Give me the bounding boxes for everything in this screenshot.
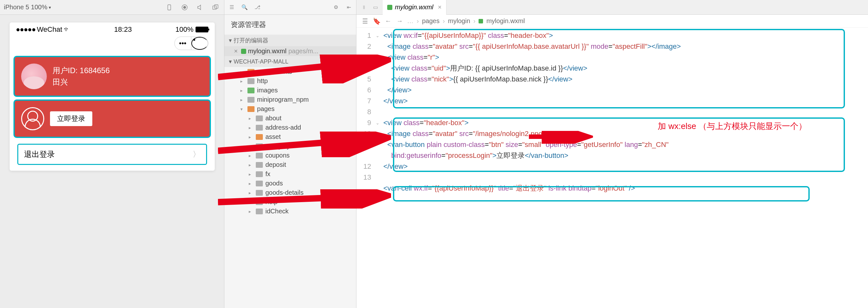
rotate-icon[interactable] xyxy=(164,3,174,12)
split-icon[interactable]: ⫴ xyxy=(360,3,368,11)
file-type-icon xyxy=(387,5,392,10)
tree-item-miniprogram_npm[interactable]: ▸miniprogram_npm xyxy=(224,95,356,104)
explorer-title: 资源管理器 xyxy=(224,15,356,35)
simulator-panel: iPhone 5 100%▾ ●●●●● WeChatᯤ 18:23 100% … xyxy=(0,0,224,308)
code-line[interactable]: 3⌄ <view class="r"> xyxy=(356,52,868,63)
explorer-toolbar: ☰ 🔍 ⎇ ⚙ ⇤ xyxy=(224,0,356,15)
breadcrumb: ☰ 🔖 ← → …› pages› mylogin› mylogin.wxml xyxy=(356,15,868,28)
code-line[interactable]: 4 <view class="uid">用户ID: {{ apiUserInfo… xyxy=(356,63,868,74)
code-line[interactable]: 5 <view class="nick">{{ apiUserInfoMap.b… xyxy=(356,74,868,85)
code-line[interactable]: <van-cell wx:if="{{apiUserInfoMap}}" tit… xyxy=(356,183,868,194)
close-icon[interactable]: × xyxy=(438,3,442,11)
svg-rect-0 xyxy=(168,4,170,10)
outline-icon[interactable]: ☰ xyxy=(361,17,369,25)
tree-item-goods[interactable]: ▸goods xyxy=(224,179,356,188)
tree-item-images[interactable]: ▸images xyxy=(224,86,356,95)
tree-item-http[interactable]: ▸http xyxy=(224,76,356,86)
avatar-image xyxy=(21,63,47,89)
clock: 18:23 xyxy=(114,25,132,34)
code-line[interactable]: bind:getuserinfo="processLogin">立即登录</va… xyxy=(356,150,868,161)
code-line[interactable]: 7</view> xyxy=(356,95,868,107)
avatar-placeholder-icon xyxy=(21,107,44,130)
code-line[interactable]: 1⌄<view wx:if="{{apiUserInfoMap}}" class… xyxy=(356,30,868,41)
annotation-text: 加 wx:else （与上方模块只能显示一个） xyxy=(658,121,807,132)
wifi-icon: ᯤ xyxy=(63,25,70,34)
tree-item-goods-details[interactable]: ▸goods-details xyxy=(224,188,356,197)
carrier-label: WeChat xyxy=(37,25,62,34)
file-tree: ▸components▸http▸images▸miniprogram_npm▾… xyxy=(224,67,356,216)
code-line[interactable]: 13 xyxy=(356,172,868,183)
explorer-panel: ☰ 🔍 ⎇ ⚙ ⇤ 资源管理器 ▾打开的编辑器 × mylogin.wxml p… xyxy=(224,0,356,308)
user-card-login[interactable]: 立即登录 xyxy=(13,100,211,138)
tree-item-asset[interactable]: ▸asset xyxy=(224,132,356,141)
tree-item-pages[interactable]: ▾pages xyxy=(224,104,356,114)
file-type-icon xyxy=(478,19,483,23)
mute-icon[interactable] xyxy=(195,3,205,12)
user-card-logged[interactable]: 用户ID: 1684656 田兴 xyxy=(13,56,211,97)
editor-tab[interactable]: mylogin.wxml × xyxy=(383,0,446,15)
code-line[interactable]: 12</view> xyxy=(356,161,868,172)
tree-item-idCheck[interactable]: ▸idCheck xyxy=(224,206,356,216)
user-id: 用户ID: 1684656 xyxy=(53,65,110,76)
code-line[interactable]: 8 xyxy=(356,107,868,117)
tree-item-address-add[interactable]: ▸address-add xyxy=(224,123,356,132)
editor-panel: ⫴ ▭ mylogin.wxml × ☰ 🔖 ← → …› pages› myl… xyxy=(356,0,868,308)
detach-icon[interactable] xyxy=(211,3,220,12)
branch-icon[interactable]: ⎇ xyxy=(253,3,261,11)
tree-item-fx[interactable]: ▸fx xyxy=(224,169,356,179)
login-button[interactable]: 立即登录 xyxy=(50,111,92,126)
capsule-close[interactable] xyxy=(191,37,208,50)
project-header[interactable]: ▾WECHAT-APP-MALL xyxy=(224,56,356,67)
crumb-file[interactable]: mylogin.wxml xyxy=(486,17,525,25)
open-file-path: pages/m... xyxy=(288,48,318,55)
file-type-icon xyxy=(241,49,246,54)
simulator-toolbar: iPhone 5 100%▾ xyxy=(0,0,224,15)
tab-label: mylogin.wxml xyxy=(395,3,433,11)
code-line[interactable]: 6 </view> xyxy=(356,85,868,95)
tree-item-components[interactable]: ▸components xyxy=(224,67,356,76)
editor-tabbar: ⫴ ▭ mylogin.wxml × xyxy=(356,0,868,15)
forward-icon[interactable]: → xyxy=(396,17,404,25)
crumb-pages[interactable]: pages xyxy=(422,17,440,25)
capsule-bar: ••• xyxy=(10,36,215,53)
open-editors-header[interactable]: ▾打开的编辑器 xyxy=(224,35,356,46)
user-nick: 田兴 xyxy=(53,76,110,88)
code-editor[interactable]: 加 wx:else （与上方模块只能显示一个） 1⌄<view wx:if="{… xyxy=(356,28,868,308)
tree-item-category[interactable]: ▸category xyxy=(224,141,356,151)
crumb-mylogin[interactable]: mylogin xyxy=(448,17,470,25)
logout-cell[interactable]: 退出登录 〉 xyxy=(17,144,207,165)
capsule-menu[interactable]: ••• xyxy=(175,37,191,50)
list-icon[interactable]: ☰ xyxy=(227,3,236,11)
collapse-icon[interactable]: ⇤ xyxy=(345,3,353,11)
record-icon[interactable] xyxy=(180,3,189,12)
tree-item-about[interactable]: ▸about xyxy=(224,114,356,123)
open-file-row[interactable]: × mylogin.wxml pages/m... xyxy=(224,46,356,56)
logout-label: 退出登录 xyxy=(24,149,55,160)
tree-item-deposit[interactable]: ▸deposit xyxy=(224,160,356,169)
preview-icon[interactable]: ▭ xyxy=(371,3,379,11)
close-icon[interactable]: × xyxy=(234,48,238,55)
open-file-name: mylogin.wxml xyxy=(248,48,286,55)
settings-icon[interactable]: ⚙ xyxy=(332,3,340,11)
phone-frame: ●●●●● WeChatᯤ 18:23 100% ••• 用户ID: 16846… xyxy=(10,23,215,171)
status-bar: ●●●●● WeChatᯤ 18:23 100% xyxy=(10,23,215,36)
signal-dots: ●●●●● xyxy=(16,25,36,34)
battery-label: 100% xyxy=(175,25,193,34)
battery-icon xyxy=(195,27,208,32)
tree-item-help[interactable]: ▸help xyxy=(224,197,356,206)
search-icon[interactable]: 🔍 xyxy=(240,3,249,11)
bookmark-icon[interactable]: 🔖 xyxy=(372,17,381,25)
chevron-right-icon: 〉 xyxy=(193,149,200,160)
code-line[interactable]: 11 <van-button plain custom-class="btn" … xyxy=(356,139,868,150)
tree-item-coupons[interactable]: ▸coupons xyxy=(224,151,356,160)
svg-point-2 xyxy=(183,6,186,8)
device-selector[interactable]: iPhone 5 100%▾ xyxy=(4,3,51,11)
back-icon[interactable]: ← xyxy=(384,17,392,25)
code-line[interactable]: 2 <image class="avatar" src="{{ apiUserI… xyxy=(356,41,868,52)
